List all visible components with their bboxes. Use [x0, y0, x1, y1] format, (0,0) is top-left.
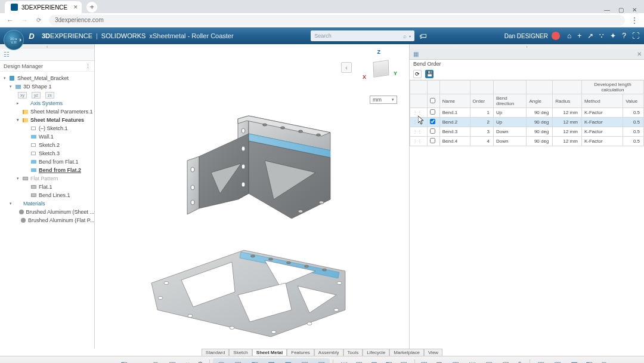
user-menu[interactable]: Dan DESIGNER	[504, 32, 560, 40]
tool-btn-6[interactable]: ⌗	[181, 359, 193, 364]
th-order[interactable]: Order	[470, 94, 493, 108]
drag-handle-icon[interactable]: ⋮⋮	[410, 127, 428, 137]
tool-btn-15[interactable]: ⬚	[336, 359, 352, 364]
tool-btn-18[interactable]: ◧	[383, 359, 395, 364]
tool-btn-20[interactable]: ◫	[418, 359, 430, 364]
table-row[interactable]: ⋮⋮Bend.33Down90 deg12 mmK-Factor0.5	[410, 127, 644, 137]
tag-icon[interactable]: 🏷	[419, 32, 427, 41]
refresh-icon[interactable]: ⟳	[35, 17, 43, 23]
search-input[interactable]: Search ⌕ ▾	[311, 30, 414, 41]
tool-btn-4[interactable]: ⧉	[148, 359, 163, 364]
right-collapse-handle[interactable]: ›	[410, 44, 644, 49]
row-checkbox[interactable]	[427, 127, 439, 137]
tool-btn-25[interactable]: ⬓	[498, 359, 513, 364]
browser-menu-icon[interactable]: ⋮	[631, 16, 638, 24]
bottom-tab[interactable]: Features	[287, 349, 314, 356]
tool-btn-22[interactable]: ◰	[448, 359, 463, 364]
add-icon[interactable]: +	[577, 32, 581, 40]
tool-btn-31[interactable]: ⧉	[596, 359, 612, 364]
bend-order-tab[interactable]: ▦ ✕	[410, 49, 644, 60]
tool-btn-16[interactable]: ◫	[353, 359, 365, 364]
save-button[interactable]: 💾	[425, 70, 434, 78]
panel-menu-icon[interactable]: ⋮	[85, 63, 91, 69]
minimize-icon[interactable]: —	[604, 7, 610, 13]
th-radius[interactable]: Radius	[553, 94, 582, 108]
tree-root[interactable]: ▾Sheet_Metal_Bracket	[0, 74, 94, 82]
th-angle[interactable]: Angle	[527, 94, 553, 108]
maximize-icon[interactable]: ▢	[618, 7, 624, 13]
tool-btn-3[interactable]: ▭	[131, 359, 147, 364]
tool-btn-1[interactable]: ▱	[101, 359, 117, 364]
tree-bendlines1[interactable]: Bend Lines.1	[0, 191, 94, 199]
tool-btn-12[interactable]: ◩	[280, 359, 296, 364]
close-tab-icon[interactable]: ✕	[73, 4, 78, 10]
bottom-tab[interactable]: Sheet Metal	[252, 349, 287, 356]
tool-btn-23[interactable]: ⬚	[465, 359, 480, 364]
th-value[interactable]: Value	[623, 94, 644, 108]
drag-handle-icon[interactable]: ⋮⋮	[410, 108, 428, 118]
close-panel-icon[interactable]: ✕	[637, 51, 642, 57]
drag-handle-icon[interactable]: ⋮⋮	[410, 137, 428, 146]
tree-flat-pattern[interactable]: ▾Flat Pattern	[0, 174, 94, 183]
share-icon[interactable]: ↗	[587, 32, 593, 40]
tree-sm-params[interactable]: Sheet Metal Parameters.1	[0, 107, 94, 116]
bottom-tab[interactable]: Lifecycle	[363, 349, 389, 356]
view-triad[interactable]: Z Y X	[361, 49, 397, 85]
tool-btn-19[interactable]: ▣	[396, 359, 411, 364]
tool-btn-5[interactable]: ◫	[165, 359, 180, 364]
tool-btn-7[interactable]: ⚙	[194, 359, 206, 364]
tool-btn-17[interactable]: ⊡	[366, 359, 382, 364]
tool-btn-30[interactable]: ◧	[583, 359, 595, 364]
tool-btn-24[interactable]: ◲	[481, 359, 497, 364]
help-icon[interactable]: ?	[622, 32, 626, 40]
bottom-tab[interactable]: Assembly	[314, 349, 343, 356]
bottom-tab[interactable]: Standard	[202, 349, 229, 356]
drag-handle-icon[interactable]: ⋮⋮	[410, 118, 428, 127]
refresh-button[interactable]: ⟳	[413, 70, 422, 78]
tree-materials[interactable]: ▾Materials	[0, 199, 94, 208]
table-row[interactable]: ⋮⋮Bend.22Up90 deg12 mmK-Factor0.5	[410, 118, 644, 127]
tool-btn-8[interactable]: ▢	[213, 359, 229, 364]
tree-material2[interactable]: Brushed Aluminum (Flat P...	[0, 216, 94, 224]
flask-icon[interactable]: ✦	[610, 32, 616, 40]
design-manager-tab[interactable]: ☷	[0, 49, 94, 61]
th-checkbox[interactable]	[427, 94, 439, 108]
tool-btn-11[interactable]: ⬒	[264, 359, 279, 364]
tool-btn-21[interactable]: ⊞	[431, 359, 447, 364]
tool-btn-29[interactable]: ⬒	[566, 359, 582, 364]
table-row[interactable]: ⋮⋮Bend.44Down90 deg12 mmK-Factor0.5	[410, 137, 644, 146]
tree-bend-flat2[interactable]: Bend from Flat.2	[0, 166, 94, 174]
tool-btn-27[interactable]: ◳	[533, 359, 549, 364]
model-canvas[interactable]: Z Y X ‹ mm	[95, 44, 409, 349]
tree-sketch3[interactable]: Sketch.3	[0, 149, 94, 158]
url-input[interactable]: 3dexperience.com	[49, 15, 625, 26]
tree-material1[interactable]: Brushed Aluminum (Sheet ...	[0, 208, 94, 216]
row-checkbox[interactable]	[427, 137, 439, 146]
tool-btn-26[interactable]: ✎	[515, 359, 527, 364]
search-dropdown-icon[interactable]: ▾	[409, 34, 411, 38]
tool-btn-14[interactable]: ◪	[314, 359, 329, 364]
back-icon[interactable]: ←	[6, 16, 14, 24]
tree-sketch2[interactable]: Sketch.2	[0, 141, 94, 149]
tree-shape[interactable]: ▾3D Shape 1	[0, 82, 94, 91]
bottom-tab[interactable]: Marketplace	[389, 349, 424, 356]
compass-icon[interactable]: 3D ▸ V.R	[4, 30, 24, 50]
row-checkbox[interactable]	[427, 108, 439, 118]
network-icon[interactable]: ∵	[599, 32, 604, 40]
tree-axis-systems[interactable]: ▸Axis Systems	[0, 99, 94, 107]
tool-btn-10[interactable]: ◧	[247, 359, 262, 364]
tree-sm-features[interactable]: ▾Sheet Metal Features	[0, 116, 94, 124]
th-method[interactable]: Method	[581, 94, 623, 108]
fullscreen-icon[interactable]: ⛶	[632, 32, 639, 40]
bottom-tab[interactable]: Sketch	[229, 349, 252, 356]
search-icon[interactable]: ⌕	[403, 33, 407, 39]
tree-sketch1[interactable]: (–) Sketch.1	[0, 124, 94, 133]
bottom-tab[interactable]: View	[424, 349, 442, 356]
tool-btn-9[interactable]: ◰	[230, 359, 246, 364]
th-direction[interactable]: Bend direction	[493, 94, 527, 108]
tree-bend-flat1[interactable]: Bend from Flat.1	[0, 158, 94, 166]
tree-plane-chips[interactable]: xyyzzx	[0, 91, 94, 99]
close-window-icon[interactable]: ✕	[632, 7, 637, 13]
tree-flat1[interactable]: Flat.1	[0, 183, 94, 191]
table-row[interactable]: ⋮⋮Bend.11Up90 deg12 mmK-Factor0.5	[410, 108, 644, 118]
